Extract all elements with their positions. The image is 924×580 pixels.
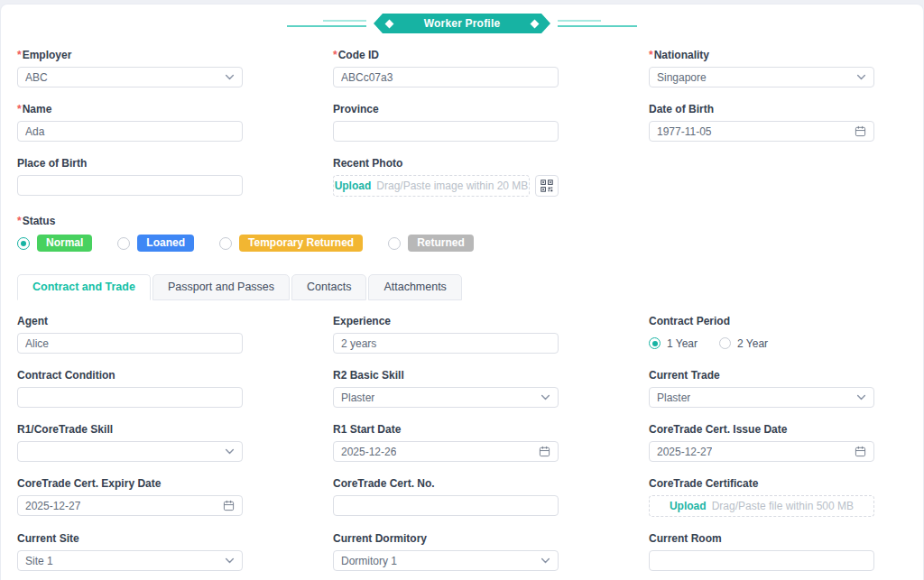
current-trade-select[interactable]: Plaster xyxy=(649,387,874,408)
photo-scan-button[interactable] xyxy=(535,175,559,197)
coretrade-certificate-upload[interactable]: Upload Drag/Paste file within 500 MB xyxy=(649,495,874,517)
field-code-id: *Code ID xyxy=(333,49,559,87)
status-radio-returned[interactable]: Returned xyxy=(388,235,474,252)
status-section: *Status Normal Loaned Temporary Returned… xyxy=(1,215,923,252)
status-radio-normal[interactable]: Normal xyxy=(17,235,92,252)
province-input[interactable] xyxy=(333,121,559,142)
worker-profile-panel: Worker Profile *Employer ABC *Code ID *N… xyxy=(0,4,924,580)
field-r1-coretrade-skill: R1/CoreTrade Skill xyxy=(17,423,243,462)
status-badge: Normal xyxy=(37,235,92,252)
field-r1-start-date: R1 Start Date 2025-12-26 xyxy=(333,423,559,462)
r2-basic-skill-label: R2 Basic Skill xyxy=(333,369,559,382)
calendar-icon xyxy=(855,125,866,137)
current-room-input[interactable] xyxy=(649,550,874,571)
field-contract-condition: Contract Condition xyxy=(17,369,243,408)
decorative-lines-left xyxy=(281,20,366,27)
name-input[interactable] xyxy=(17,121,243,142)
field-recent-photo: Recent Photo Upload Drag/Paste image wit… xyxy=(333,157,559,197)
field-coretrade-certificate: CoreTrade Certificate Upload Drag/Paste … xyxy=(649,477,874,517)
tab-contacts[interactable]: Contacts xyxy=(291,274,366,300)
field-current-trade: Current Trade Plaster xyxy=(649,369,874,408)
field-coretrade-cert-expiry-date: CoreTrade Cert. Expiry Date 2025-12-27 xyxy=(17,477,243,517)
field-date-of-birth: Date of Birth 1977-11-05 xyxy=(649,103,874,142)
field-place-of-birth: Place of Birth xyxy=(17,157,243,197)
diamond-icon xyxy=(385,20,394,29)
contract-condition-input[interactable] xyxy=(17,387,243,408)
agent-label: Agent xyxy=(17,315,243,328)
field-province: Province xyxy=(333,103,559,142)
recent-photo-upload[interactable]: Upload Drag/Paste image within 20 MB xyxy=(333,175,530,197)
contract-and-trade-pane: Agent Experience Contract Period 1 Year … xyxy=(1,300,923,571)
coretrade-cert-expiry-date-picker[interactable]: 2025-12-27 xyxy=(17,495,243,516)
chevron-down-icon xyxy=(225,556,235,566)
nationality-select[interactable]: Singapore xyxy=(649,67,874,87)
field-coretrade-cert-issue-date: CoreTrade Cert. Issue Date 2025-12-27 xyxy=(649,423,874,462)
contract-period-radio-2-year[interactable]: 2 Year xyxy=(719,337,790,350)
date-of-birth-label: Date of Birth xyxy=(649,103,874,116)
coretrade-cert-no-label: CoreTrade Cert. No. xyxy=(333,477,559,491)
experience-input[interactable] xyxy=(333,333,559,354)
status-badge: Loaned xyxy=(137,235,194,252)
r2-basic-skill-select[interactable]: Plaster xyxy=(333,387,559,408)
contract-condition-label: Contract Condition xyxy=(17,369,243,382)
required-marker: * xyxy=(333,49,337,61)
agent-input[interactable] xyxy=(17,333,243,354)
coretrade-cert-issue-date-picker[interactable]: 2025-12-27 xyxy=(649,441,874,462)
chevron-down-icon xyxy=(541,556,550,566)
coretrade-cert-no-input[interactable] xyxy=(333,495,559,516)
field-current-site: Current Site Site 1 xyxy=(17,532,243,571)
chevron-down-icon xyxy=(856,392,866,402)
calendar-icon xyxy=(539,446,550,457)
place-of-birth-input[interactable] xyxy=(17,175,243,196)
code-id-input[interactable] xyxy=(333,67,559,87)
chevron-down-icon xyxy=(541,392,550,402)
chevron-down-icon xyxy=(225,447,235,456)
radio-icon xyxy=(388,237,401,250)
contract-period-label: Contract Period xyxy=(649,315,874,328)
tab-contract-and-trade[interactable]: Contract and Trade xyxy=(17,274,151,300)
tab-attachments[interactable]: Attachments xyxy=(368,274,461,300)
decorative-lines-right xyxy=(558,20,643,27)
r1-start-date-label: R1 Start Date xyxy=(333,423,559,437)
basic-info-grid: *Employer ABC *Code ID *Nationality Sing… xyxy=(1,49,923,197)
current-site-label: Current Site xyxy=(17,532,243,546)
required-marker: * xyxy=(649,49,653,61)
status-radio-loaned[interactable]: Loaned xyxy=(117,235,194,252)
status-badge: Returned xyxy=(408,235,474,252)
employer-select[interactable]: ABC xyxy=(17,67,243,87)
r1-start-date-picker[interactable]: 2025-12-26 xyxy=(333,441,559,462)
current-room-label: Current Room xyxy=(649,532,874,546)
r1-coretrade-skill-select[interactable] xyxy=(17,441,243,462)
status-radio-temporary-returned[interactable]: Temporary Returned xyxy=(219,235,363,252)
radio-icon xyxy=(219,237,232,250)
field-contract-period: Contract Period 1 Year 2 Year xyxy=(649,315,874,354)
field-r2-basic-skill: R2 Basic Skill Plaster xyxy=(333,369,559,408)
r1-coretrade-skill-label: R1/CoreTrade Skill xyxy=(17,423,243,437)
chevron-down-icon xyxy=(225,72,235,82)
coretrade-cert-issue-date-label: CoreTrade Cert. Issue Date xyxy=(649,423,874,437)
banner-row: Worker Profile xyxy=(1,13,923,34)
field-agent: Agent xyxy=(17,315,243,354)
recent-photo-label: Recent Photo xyxy=(333,157,559,170)
radio-icon xyxy=(17,237,30,250)
date-of-birth-picker[interactable]: 1977-11-05 xyxy=(649,121,874,142)
tab-passport-and-passes[interactable]: Passport and Passes xyxy=(152,274,290,300)
status-label: *Status xyxy=(17,215,923,228)
page-title: Worker Profile xyxy=(424,17,501,30)
required-marker: * xyxy=(17,49,22,61)
chevron-down-icon xyxy=(856,72,866,82)
code-id-label: *Code ID xyxy=(333,49,559,62)
current-site-select[interactable]: Site 1 xyxy=(17,550,243,571)
current-dormitory-select[interactable]: Dormitory 1 xyxy=(333,550,559,571)
field-current-dormitory: Current Dormitory Dormitory 1 xyxy=(333,532,559,571)
calendar-icon xyxy=(223,500,235,511)
qr-code-icon xyxy=(541,180,553,192)
diamond-icon xyxy=(531,20,540,29)
current-trade-label: Current Trade xyxy=(649,369,874,382)
contract-period-radio-1-year[interactable]: 1 Year xyxy=(649,337,719,350)
required-marker: * xyxy=(17,103,22,115)
field-nationality: *Nationality Singapore xyxy=(649,49,874,87)
worker-profile-banner: Worker Profile xyxy=(374,14,550,33)
field-name: *Name xyxy=(17,103,243,142)
province-label: Province xyxy=(333,103,559,116)
